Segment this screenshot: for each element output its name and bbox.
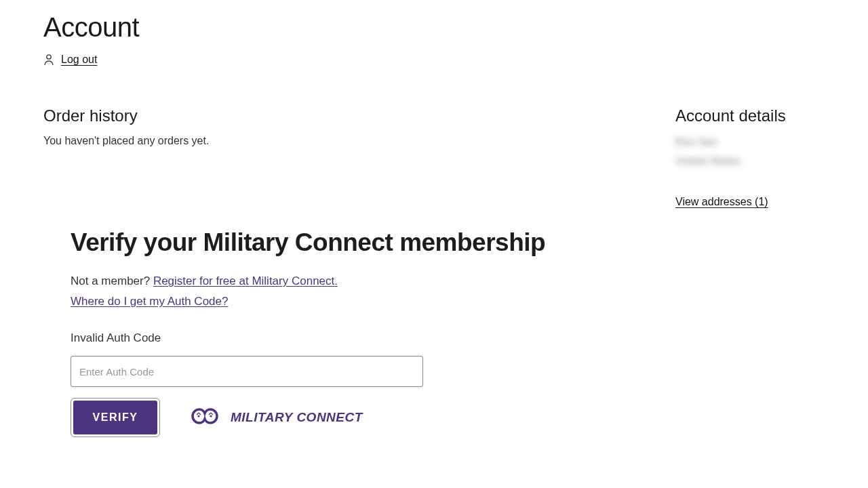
not-member-prefix: Not a member? <box>71 274 153 287</box>
view-addresses-link[interactable]: View addresses (1) <box>675 196 768 208</box>
logout-row: Log out <box>43 54 97 66</box>
not-member-text: Not a member? Register for free at Milit… <box>71 274 648 288</box>
military-connect-icon <box>187 405 222 430</box>
account-details-title: Account details <box>675 106 825 125</box>
military-connect-logo: MILITARY CONNECT <box>187 405 363 430</box>
verify-section: Verify your Military Connect membership … <box>71 228 648 437</box>
svg-point-2 <box>210 415 212 417</box>
where-auth-code-link[interactable]: Where do I get my Auth Code? <box>71 295 228 308</box>
auth-code-input[interactable] <box>71 356 423 387</box>
military-connect-logo-text: MILITARY CONNECT <box>231 410 363 425</box>
order-history-title: Order history <box>43 106 648 125</box>
invalid-auth-message: Invalid Auth Code <box>71 331 648 345</box>
register-link[interactable]: Register for free at Military Connect. <box>153 274 338 287</box>
verify-button[interactable]: VERIFY <box>73 401 157 434</box>
page-title: Account <box>43 12 825 43</box>
logout-link[interactable]: Log out <box>61 54 97 66</box>
user-icon <box>43 54 54 66</box>
account-name-masked: Ron Sen <box>675 136 825 148</box>
account-country-masked: United States <box>675 155 825 167</box>
svg-point-1 <box>197 415 199 417</box>
order-history-empty-message: You haven't placed any orders yet. <box>43 135 648 147</box>
verify-heading: Verify your Military Connect membership <box>71 228 648 257</box>
verify-button-wrap: VERIFY <box>71 398 160 437</box>
svg-point-0 <box>47 55 51 59</box>
